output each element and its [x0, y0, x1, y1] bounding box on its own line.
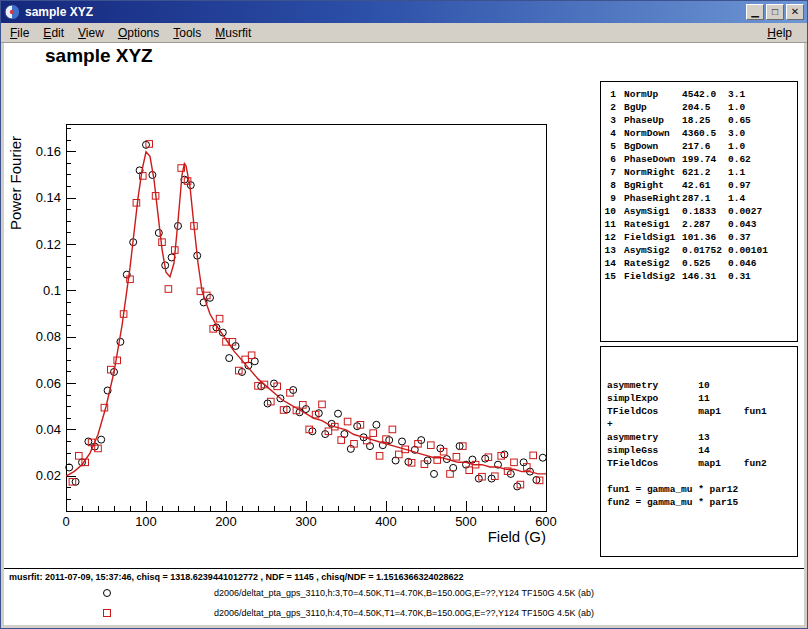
- parameter-row: 6PhaseDown199.740.62: [601, 153, 797, 166]
- svg-text:200: 200: [215, 514, 237, 529]
- theory-line: asymmetry 10: [607, 379, 797, 392]
- theory-line: +: [607, 418, 797, 431]
- parameter-table: 1NormUp4542.03.12BgUp204.51.03PhaseUp18.…: [601, 88, 797, 283]
- parameter-row: 14RateSig20.5250.046: [601, 257, 797, 270]
- theory-lines: asymmetry 10simplExpo 11TFieldCos map1 f…: [607, 379, 797, 509]
- close-button[interactable]: ✕: [786, 4, 804, 20]
- svg-text:300: 300: [295, 514, 317, 529]
- svg-text:0.16: 0.16: [36, 144, 61, 159]
- theory-line: TFieldCos map1 fun1: [607, 405, 797, 418]
- minimize-button[interactable]: ▁: [746, 4, 764, 20]
- svg-text:0.02: 0.02: [36, 468, 61, 483]
- parameter-row: 8BgRight42.610.97: [601, 179, 797, 192]
- svg-text:0.04: 0.04: [36, 422, 61, 437]
- parameter-row: 3PhaseUp18.250.65: [601, 114, 797, 127]
- menu-view[interactable]: View: [71, 24, 111, 42]
- menu-edit[interactable]: Edit: [36, 24, 71, 42]
- svg-text:500: 500: [455, 514, 477, 529]
- menubar: File Edit View Options Tools Musrfit Hel…: [1, 23, 807, 43]
- svg-text:0: 0: [62, 514, 69, 529]
- menu-tools[interactable]: Tools: [166, 24, 208, 42]
- x-tick-labels: 0100200300400500600: [62, 514, 556, 529]
- parameter-row: 9PhaseRight287.11.4: [601, 192, 797, 205]
- svg-text:400: 400: [375, 514, 397, 529]
- svg-text:0.14: 0.14: [36, 190, 61, 205]
- svg-text:600: 600: [535, 514, 557, 529]
- titlebar[interactable]: sample XYZ ▁ □ ✕: [1, 1, 807, 23]
- theory-pave: asymmetry 10simplExpo 11TFieldCos map1 f…: [600, 346, 798, 557]
- theory-line: TFieldCos map1 fun2: [607, 457, 797, 470]
- legend-label: d2006/deltat_pta_gps_3110,h:4,T0=4.50K,T…: [4, 604, 804, 622]
- plot-frame: [66, 124, 546, 511]
- parameter-row: 15FieldSig2146.310.31: [601, 270, 797, 283]
- theory-line: simpleGss 14: [607, 444, 797, 457]
- series-squares: [69, 141, 543, 488]
- maximize-button[interactable]: □: [766, 4, 784, 20]
- parameter-row: 10AsymSig10.18330.0027: [601, 205, 797, 218]
- menu-musrfit[interactable]: Musrfit: [208, 24, 258, 42]
- parameter-pave: 1NormUp4542.03.12BgUp204.51.03PhaseUp18.…: [600, 81, 798, 342]
- window-title: sample XYZ: [25, 5, 744, 19]
- menu-options[interactable]: Options: [111, 24, 166, 42]
- theory-line: fun1 = gamma_mu * par12: [607, 483, 797, 496]
- svg-text:0.08: 0.08: [36, 329, 61, 344]
- circle-marker-icon: [103, 589, 111, 597]
- fit-status-text: musrfit: 2011-07-09, 15:37:46, chisq = 1…: [9, 572, 464, 582]
- legend-label: d2006/deltat_pta_gps_3110,h:3,T0=4.50K,T…: [4, 584, 804, 602]
- menu-help[interactable]: Help: [760, 24, 799, 42]
- svg-text:0.06: 0.06: [36, 376, 61, 391]
- legend-row-h3: d2006/deltat_pta_gps_3110,h:3,T0=4.50K,T…: [4, 584, 804, 602]
- info-divider: [4, 568, 804, 569]
- parameter-row: 11RateSig12.2870.043: [601, 218, 797, 231]
- svg-text:100: 100: [135, 514, 157, 529]
- parameter-row: 1NormUp4542.03.1: [601, 88, 797, 101]
- series-circles: [66, 141, 547, 490]
- y-axis-ticks: [66, 129, 76, 500]
- y-tick-labels: 0.020.040.060.080.10.120.140.16: [36, 144, 61, 483]
- parameter-row: 12FieldSig1101.360.37: [601, 231, 797, 244]
- x-axis-title: Field (G): [488, 528, 546, 545]
- theory-line: fun2 = gamma_mu * par15: [607, 496, 797, 509]
- x-axis-ticks: [66, 501, 546, 511]
- theory-line: [607, 470, 797, 483]
- app-icon[interactable]: [4, 4, 20, 20]
- parameter-row: 13AsymSig20.017520.00101: [601, 244, 797, 257]
- root-canvas: sample XYZ 01002003004005006000.020.040.…: [4, 43, 804, 625]
- parameter-row: 2BgUp204.51.0: [601, 101, 797, 114]
- y-axis-title: Power Fourier: [7, 136, 24, 230]
- theory-line: simplExpo 11: [607, 392, 797, 405]
- svg-text:0.1: 0.1: [43, 283, 61, 298]
- parameter-row: 4NormDown4360.53.0: [601, 127, 797, 140]
- parameter-row: 5BgDown217.61.0: [601, 140, 797, 153]
- parameter-row: 7NormRight621.21.1: [601, 166, 797, 179]
- menu-file[interactable]: File: [3, 24, 36, 42]
- svg-text:0.12: 0.12: [36, 237, 61, 252]
- square-marker-icon: [103, 609, 111, 617]
- legend-row-h4: d2006/deltat_pta_gps_3110,h:4,T0=4.50K,T…: [4, 604, 804, 622]
- app-window: sample XYZ ▁ □ ✕ File Edit View Options …: [0, 0, 808, 629]
- theory-line: asymmetry 13: [607, 431, 797, 444]
